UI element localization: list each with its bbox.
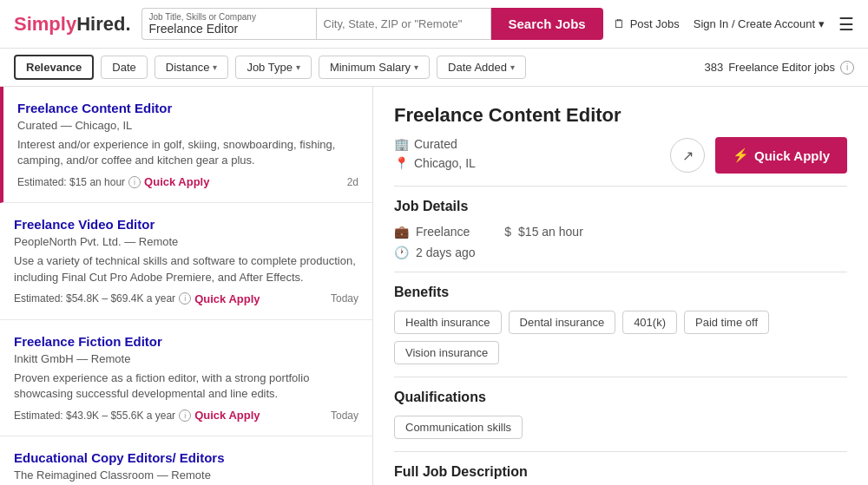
filter-distance-label: Distance xyxy=(166,61,210,74)
location-pin-icon: 📍 xyxy=(394,156,409,170)
job-date: 2d xyxy=(347,176,358,188)
job-date: Today xyxy=(331,410,358,422)
briefcase-icon: 💼 xyxy=(394,225,409,239)
dollar-icon: $ xyxy=(504,225,511,239)
benefit-tag: Health insurance xyxy=(394,311,502,334)
job-list-item[interactable]: Freelance Video Editor PeopleNorth Pvt. … xyxy=(0,203,372,319)
post-jobs-link[interactable]: 🗒 Post Jobs xyxy=(614,17,680,30)
benefit-tag: Paid time off xyxy=(684,311,769,334)
chevron-down-icon: ▾ xyxy=(213,62,217,72)
info-icon[interactable]: i xyxy=(179,292,191,305)
filter-date-added-label: Date Added xyxy=(448,61,507,74)
job-meta: Estimated: $15 an hour i Quick Apply 2d xyxy=(17,175,358,188)
filter-job-type-label: Job Type xyxy=(247,61,293,74)
search-button[interactable]: Search Jobs xyxy=(491,8,603,40)
job-title: Freelance Fiction Editor xyxy=(14,334,358,349)
sign-in-label: Sign In / Create Account xyxy=(694,17,815,30)
benefits-row: Health insuranceDental insurance401(k)Pa… xyxy=(394,311,847,364)
info-icon[interactable]: i xyxy=(840,61,854,75)
share-icon: ↗ xyxy=(682,147,694,164)
info-icon[interactable]: i xyxy=(128,176,141,188)
job-list-item[interactable]: Freelance Fiction Editor Inkitt GmbH — R… xyxy=(0,320,372,436)
lightning-icon: ⚡ xyxy=(733,147,749,163)
benefits-section-title: Benefits xyxy=(394,285,847,300)
divider-3 xyxy=(394,377,847,377)
detail-company: Curated xyxy=(414,137,457,151)
salary-value: $15 an hour xyxy=(518,225,583,239)
detail-job-title: Freelance Content Editor xyxy=(394,104,847,127)
divider-2 xyxy=(394,272,847,272)
info-icon[interactable]: i xyxy=(179,410,191,422)
detail-title-section: Freelance Content Editor 🏢 Curated 📍 Chi… xyxy=(394,104,847,174)
location-search-wrap xyxy=(316,8,491,40)
quick-apply-link[interactable]: Quick Apply xyxy=(144,175,209,188)
filter-bar: Relevance Date Distance ▾ Job Type ▾ Min… xyxy=(0,49,868,87)
location-search-input[interactable] xyxy=(324,17,483,30)
main-content: Freelance Content Editor Curated — Chica… xyxy=(0,87,868,485)
hamburger-menu[interactable]: ☰ xyxy=(838,14,854,35)
qualifications-row: Communication skills xyxy=(394,416,847,439)
quick-apply-link[interactable]: Quick Apply xyxy=(194,292,260,305)
chevron-down-icon: ▾ xyxy=(819,17,825,30)
job-details-grid: 💼 Freelance $ $15 an hour xyxy=(394,225,847,239)
time-ago-item: 🕐 2 days ago xyxy=(394,246,847,259)
share-button[interactable]: ↗ xyxy=(670,138,705,173)
logo-part1: Simply xyxy=(14,13,76,35)
qualification-tag: Communication skills xyxy=(394,416,523,439)
quick-apply-link[interactable]: Quick Apply xyxy=(194,409,260,422)
job-search-wrap: Job Title, Skills or Company xyxy=(141,8,316,40)
job-desc: Interest and/or experience in golf, skii… xyxy=(17,137,358,168)
header: SimplyHired. Job Title, Skills or Compan… xyxy=(0,0,868,49)
filter-date[interactable]: Date xyxy=(101,56,147,79)
divider-1 xyxy=(394,186,847,187)
job-desc: Use a variety of technical skills and so… xyxy=(14,253,358,285)
job-type-item: 💼 Freelance xyxy=(394,225,470,239)
results-count: 383 Freelance Editor jobs i xyxy=(704,61,854,75)
filter-date-added[interactable]: Date Added ▾ xyxy=(437,56,526,79)
job-salary: Estimated: $15 an hour i Quick Apply xyxy=(17,175,209,188)
time-ago-value: 2 days ago xyxy=(416,246,476,259)
building-icon: 🏢 xyxy=(394,137,409,151)
salary-text: Estimated: $54.8K – $69.4K a year xyxy=(14,292,175,305)
salary-item: $ $15 an hour xyxy=(504,225,583,239)
detail-actions: ↗ ⚡ Quick Apply xyxy=(670,137,847,174)
job-list-item[interactable]: Freelance Content Editor Curated — Chica… xyxy=(0,87,372,203)
clock-icon: 🕐 xyxy=(394,246,409,259)
full-desc-title: Full Job Description xyxy=(394,464,847,480)
detail-location: Chicago, IL xyxy=(414,156,476,170)
logo: SimplyHired. xyxy=(14,13,131,36)
chevron-down-icon: ▾ xyxy=(510,62,515,72)
post-jobs-label: Post Jobs xyxy=(630,17,680,30)
job-title: Freelance Video Editor xyxy=(14,217,358,232)
qualifications-section-title: Qualifications xyxy=(394,390,847,405)
job-details-section-title: Job Details xyxy=(394,199,847,214)
job-desc: Proven experience as a fiction editor, w… xyxy=(14,370,358,402)
job-list: Freelance Content Editor Curated — Chica… xyxy=(0,87,373,485)
briefcase-icon: 🗒 xyxy=(614,17,625,30)
detail-location-row: 📍 Chicago, IL xyxy=(394,156,476,170)
quick-apply-btn-label: Quick Apply xyxy=(754,148,830,163)
divider-4 xyxy=(394,451,847,452)
job-search-input[interactable] xyxy=(149,22,309,36)
quick-apply-button[interactable]: ⚡ Quick Apply xyxy=(715,137,847,174)
job-salary: Estimated: $54.8K – $69.4K a year i Quic… xyxy=(14,292,260,305)
sign-in-link[interactable]: Sign In / Create Account ▾ xyxy=(694,17,825,30)
filter-min-salary[interactable]: Minimum Salary ▾ xyxy=(319,56,430,79)
job-date: Today xyxy=(331,292,358,305)
salary-text: Estimated: $43.9K – $55.6K a year xyxy=(14,410,175,422)
chevron-down-icon: ▾ xyxy=(296,62,300,72)
logo-part2: Hired. xyxy=(76,13,130,35)
job-company: PeopleNorth Pvt. Ltd. — Remote xyxy=(14,235,358,248)
salary-text: Estimated: $15 an hour xyxy=(17,176,125,188)
filter-relevance[interactable]: Relevance xyxy=(14,55,94,80)
job-meta: Estimated: $54.8K – $69.4K a year i Quic… xyxy=(14,292,358,305)
job-title: Educational Copy Editors/ Editors xyxy=(14,450,358,465)
benefit-tag: 401(k) xyxy=(622,311,677,334)
header-actions: 🗒 Post Jobs Sign In / Create Account ▾ ☰ xyxy=(614,14,854,35)
filter-job-type[interactable]: Job Type ▾ xyxy=(235,56,312,79)
job-list-item[interactable]: Educational Copy Editors/ Editors The Re… xyxy=(0,436,372,485)
results-number: 383 xyxy=(704,61,723,74)
job-type-value: Freelance xyxy=(416,225,470,239)
filter-distance[interactable]: Distance ▾ xyxy=(155,56,229,79)
detail-company-row: 🏢 Curated xyxy=(394,137,476,151)
